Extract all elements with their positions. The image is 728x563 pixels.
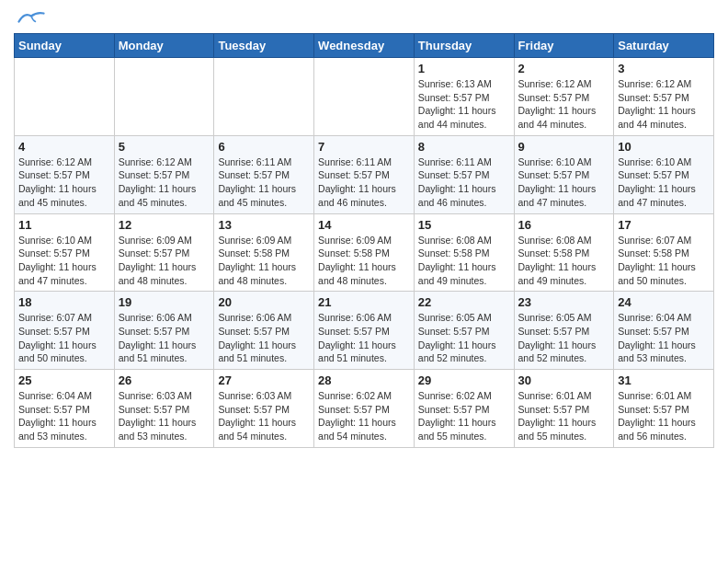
day-number: 22 bbox=[418, 295, 510, 309]
day-number: 18 bbox=[18, 295, 110, 309]
calendar-cell: 27Sunrise: 6:03 AMSunset: 5:57 PMDayligh… bbox=[214, 370, 314, 448]
day-number: 25 bbox=[18, 373, 110, 387]
day-number: 21 bbox=[318, 295, 410, 309]
calendar-cell: 7Sunrise: 6:11 AMSunset: 5:57 PMDaylight… bbox=[314, 135, 415, 213]
day-info: Sunrise: 6:12 AMSunset: 5:57 PMDaylight:… bbox=[119, 155, 210, 210]
day-info: Sunrise: 6:12 AMSunset: 5:57 PMDaylight:… bbox=[18, 155, 110, 210]
weekday-header-thursday: Thursday bbox=[414, 34, 514, 58]
calendar-cell: 17Sunrise: 6:07 AMSunset: 5:58 PMDayligh… bbox=[614, 213, 714, 292]
day-info: Sunrise: 6:08 AMSunset: 5:58 PMDaylight:… bbox=[518, 234, 610, 288]
day-number: 8 bbox=[418, 140, 510, 154]
page-header bbox=[14, 9, 714, 26]
calendar-cell: 24Sunrise: 6:04 AMSunset: 5:57 PMDayligh… bbox=[614, 292, 714, 370]
calendar-cell: 3Sunrise: 6:12 AMSunset: 5:57 PMDaylight… bbox=[614, 58, 714, 136]
calendar-cell: 19Sunrise: 6:06 AMSunset: 5:57 PMDayligh… bbox=[114, 292, 214, 370]
day-info: Sunrise: 6:13 AMSunset: 5:57 PMDaylight:… bbox=[418, 77, 510, 132]
calendar-cell: 31Sunrise: 6:01 AMSunset: 5:57 PMDayligh… bbox=[614, 370, 714, 448]
day-number: 17 bbox=[618, 218, 710, 232]
calendar-cell: 23Sunrise: 6:05 AMSunset: 5:57 PMDayligh… bbox=[514, 292, 614, 370]
day-number: 27 bbox=[218, 373, 310, 387]
day-number: 4 bbox=[18, 140, 110, 154]
calendar-cell: 22Sunrise: 6:05 AMSunset: 5:57 PMDayligh… bbox=[414, 292, 514, 370]
day-number: 5 bbox=[119, 140, 210, 154]
day-number: 10 bbox=[618, 140, 710, 154]
calendar-cell: 30Sunrise: 6:01 AMSunset: 5:57 PMDayligh… bbox=[514, 370, 614, 448]
calendar-week-2: 4Sunrise: 6:12 AMSunset: 5:57 PMDaylight… bbox=[15, 135, 714, 213]
day-number: 1 bbox=[418, 62, 510, 75]
calendar-cell: 16Sunrise: 6:08 AMSunset: 5:58 PMDayligh… bbox=[514, 213, 614, 292]
weekday-header-wednesday: Wednesday bbox=[314, 34, 415, 58]
calendar-cell: 20Sunrise: 6:06 AMSunset: 5:57 PMDayligh… bbox=[214, 292, 314, 370]
weekday-header-monday: Monday bbox=[114, 34, 214, 58]
day-info: Sunrise: 6:09 AMSunset: 5:58 PMDaylight:… bbox=[318, 234, 410, 288]
day-number: 11 bbox=[18, 218, 110, 232]
day-number: 16 bbox=[518, 218, 610, 232]
calendar-cell: 1Sunrise: 6:13 AMSunset: 5:57 PMDaylight… bbox=[414, 58, 514, 136]
calendar-week-1: 1Sunrise: 6:13 AMSunset: 5:57 PMDaylight… bbox=[15, 58, 714, 136]
day-info: Sunrise: 6:05 AMSunset: 5:57 PMDaylight:… bbox=[518, 311, 610, 365]
day-info: Sunrise: 6:10 AMSunset: 5:57 PMDaylight:… bbox=[618, 155, 710, 210]
calendar-cell: 2Sunrise: 6:12 AMSunset: 5:57 PMDaylight… bbox=[514, 58, 614, 136]
day-number: 23 bbox=[518, 295, 610, 309]
calendar-cell: 18Sunrise: 6:07 AMSunset: 5:57 PMDayligh… bbox=[15, 292, 115, 370]
day-info: Sunrise: 6:06 AMSunset: 5:57 PMDaylight:… bbox=[318, 311, 410, 365]
day-number: 6 bbox=[218, 140, 310, 154]
day-info: Sunrise: 6:11 AMSunset: 5:57 PMDaylight:… bbox=[218, 155, 310, 210]
day-number: 30 bbox=[518, 373, 610, 387]
day-info: Sunrise: 6:08 AMSunset: 5:58 PMDaylight:… bbox=[418, 234, 510, 288]
logo bbox=[14, 9, 45, 26]
weekday-header-saturday: Saturday bbox=[614, 34, 714, 58]
day-info: Sunrise: 6:03 AMSunset: 5:57 PMDaylight:… bbox=[119, 389, 210, 443]
day-number: 26 bbox=[119, 373, 210, 387]
weekday-header-sunday: Sunday bbox=[15, 34, 115, 58]
calendar-cell: 13Sunrise: 6:09 AMSunset: 5:58 PMDayligh… bbox=[214, 213, 314, 292]
day-number: 7 bbox=[318, 140, 410, 154]
day-number: 13 bbox=[218, 218, 310, 232]
calendar-cell bbox=[114, 58, 214, 136]
day-info: Sunrise: 6:01 AMSunset: 5:57 PMDaylight:… bbox=[618, 389, 710, 443]
day-number: 31 bbox=[618, 373, 710, 387]
calendar-cell bbox=[15, 58, 115, 136]
calendar-cell: 10Sunrise: 6:10 AMSunset: 5:57 PMDayligh… bbox=[614, 135, 714, 213]
day-info: Sunrise: 6:01 AMSunset: 5:57 PMDaylight:… bbox=[518, 389, 610, 443]
calendar-table: SundayMondayTuesdayWednesdayThursdayFrid… bbox=[14, 33, 714, 448]
calendar-cell: 14Sunrise: 6:09 AMSunset: 5:58 PMDayligh… bbox=[314, 213, 415, 292]
calendar-cell: 29Sunrise: 6:02 AMSunset: 5:57 PMDayligh… bbox=[414, 370, 514, 448]
calendar-cell: 28Sunrise: 6:02 AMSunset: 5:57 PMDayligh… bbox=[314, 370, 415, 448]
day-number: 20 bbox=[218, 295, 310, 309]
day-number: 14 bbox=[318, 218, 410, 232]
weekday-header-tuesday: Tuesday bbox=[214, 34, 314, 58]
day-number: 2 bbox=[518, 62, 610, 75]
day-number: 9 bbox=[518, 140, 610, 154]
calendar-week-3: 11Sunrise: 6:10 AMSunset: 5:57 PMDayligh… bbox=[15, 213, 714, 292]
day-number: 3 bbox=[618, 62, 710, 75]
calendar-cell: 4Sunrise: 6:12 AMSunset: 5:57 PMDaylight… bbox=[15, 135, 115, 213]
calendar-cell: 15Sunrise: 6:08 AMSunset: 5:58 PMDayligh… bbox=[414, 213, 514, 292]
day-number: 19 bbox=[119, 295, 210, 309]
day-info: Sunrise: 6:07 AMSunset: 5:58 PMDaylight:… bbox=[618, 234, 710, 288]
day-info: Sunrise: 6:09 AMSunset: 5:58 PMDaylight:… bbox=[218, 234, 310, 288]
calendar-cell: 26Sunrise: 6:03 AMSunset: 5:57 PMDayligh… bbox=[114, 370, 214, 448]
day-info: Sunrise: 6:12 AMSunset: 5:57 PMDaylight:… bbox=[518, 77, 610, 132]
calendar-cell: 25Sunrise: 6:04 AMSunset: 5:57 PMDayligh… bbox=[15, 370, 115, 448]
day-info: Sunrise: 6:02 AMSunset: 5:57 PMDaylight:… bbox=[318, 389, 410, 443]
logo-bird-icon bbox=[17, 9, 45, 26]
calendar-header-row: SundayMondayTuesdayWednesdayThursdayFrid… bbox=[15, 34, 714, 58]
day-info: Sunrise: 6:10 AMSunset: 5:57 PMDaylight:… bbox=[518, 155, 610, 210]
calendar-cell: 21Sunrise: 6:06 AMSunset: 5:57 PMDayligh… bbox=[314, 292, 415, 370]
calendar-cell: 6Sunrise: 6:11 AMSunset: 5:57 PMDaylight… bbox=[214, 135, 314, 213]
day-info: Sunrise: 6:04 AMSunset: 5:57 PMDaylight:… bbox=[618, 311, 710, 365]
calendar-week-4: 18Sunrise: 6:07 AMSunset: 5:57 PMDayligh… bbox=[15, 292, 714, 370]
day-info: Sunrise: 6:06 AMSunset: 5:57 PMDaylight:… bbox=[119, 311, 210, 365]
calendar-week-5: 25Sunrise: 6:04 AMSunset: 5:57 PMDayligh… bbox=[15, 370, 714, 448]
day-info: Sunrise: 6:07 AMSunset: 5:57 PMDaylight:… bbox=[18, 311, 110, 365]
weekday-header-friday: Friday bbox=[514, 34, 614, 58]
day-info: Sunrise: 6:06 AMSunset: 5:57 PMDaylight:… bbox=[218, 311, 310, 365]
day-info: Sunrise: 6:12 AMSunset: 5:57 PMDaylight:… bbox=[618, 77, 710, 132]
calendar-cell: 12Sunrise: 6:09 AMSunset: 5:57 PMDayligh… bbox=[114, 213, 214, 292]
calendar-cell: 8Sunrise: 6:11 AMSunset: 5:57 PMDaylight… bbox=[414, 135, 514, 213]
day-number: 24 bbox=[618, 295, 710, 309]
calendar-cell: 9Sunrise: 6:10 AMSunset: 5:57 PMDaylight… bbox=[514, 135, 614, 213]
day-info: Sunrise: 6:02 AMSunset: 5:57 PMDaylight:… bbox=[418, 389, 510, 443]
day-info: Sunrise: 6:11 AMSunset: 5:57 PMDaylight:… bbox=[318, 155, 410, 210]
